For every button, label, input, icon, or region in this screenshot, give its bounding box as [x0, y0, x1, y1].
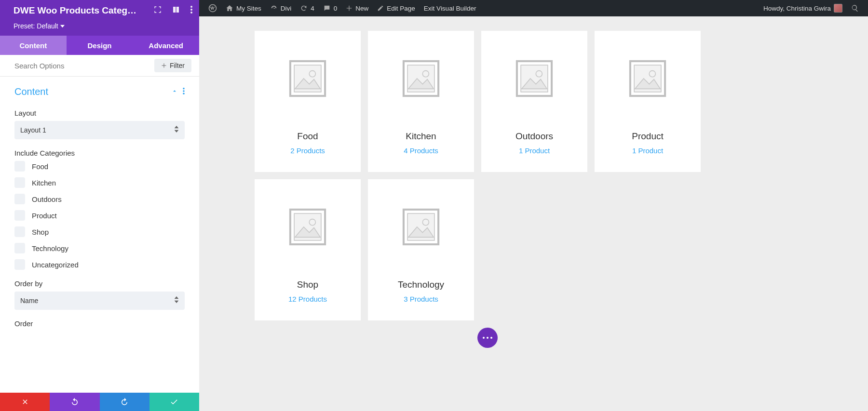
- svg-point-4: [183, 90, 185, 92]
- tab-design[interactable]: Design: [67, 36, 133, 55]
- category-card[interactable]: Shop 12 Products: [255, 179, 361, 320]
- svg-point-15: [536, 71, 542, 77]
- category-count: 4 Products: [404, 146, 438, 155]
- checkbox-icon[interactable]: [14, 161, 25, 172]
- placeholder-image-icon: [401, 59, 441, 98]
- preset-row[interactable]: Preset: Default: [0, 21, 199, 36]
- checkbox-icon[interactable]: [14, 177, 25, 188]
- category-grid: Food 2 Products Kitchen 4 Products Outdo…: [255, 31, 813, 320]
- category-card[interactable]: Technology 3 Products: [368, 179, 474, 320]
- category-card[interactable]: Outdoors 1 Product: [481, 31, 587, 172]
- check-icon: [170, 398, 178, 406]
- tab-content[interactable]: Content: [0, 36, 67, 55]
- section-header-content[interactable]: Content: [14, 77, 185, 104]
- placeholder-image-icon: [401, 207, 441, 247]
- category-card[interactable]: Product 1 Product: [595, 31, 701, 172]
- filter-button[interactable]: Filter: [154, 59, 191, 72]
- checkbox-icon[interactable]: [14, 226, 25, 237]
- category-checkbox-item[interactable]: Outdoors: [14, 194, 185, 204]
- undo-button[interactable]: [50, 393, 99, 411]
- category-checkbox-item[interactable]: Kitchen: [14, 177, 185, 188]
- panel-scroll[interactable]: Content Layout Layout 1 Include Categori…: [0, 77, 199, 411]
- search-row: Filter: [0, 55, 199, 77]
- panel-header: DWE Woo Products Catego…: [0, 0, 199, 21]
- checkbox-icon[interactable]: [14, 210, 25, 221]
- wp-logo[interactable]: [204, 4, 221, 13]
- layout-select[interactable]: Layout 1: [14, 121, 185, 139]
- category-card[interactable]: Kitchen 4 Products: [368, 31, 474, 172]
- checkbox-icon[interactable]: [14, 259, 25, 270]
- edit-page-link[interactable]: Edit Page: [373, 5, 420, 12]
- save-button[interactable]: [149, 393, 199, 411]
- columns-icon[interactable]: [172, 6, 180, 15]
- my-sites-link[interactable]: My Sites: [221, 4, 266, 12]
- orderby-label: Order by: [14, 279, 185, 288]
- cancel-button[interactable]: [0, 393, 50, 411]
- updates-link[interactable]: 4: [296, 4, 319, 12]
- comments-link[interactable]: 0: [319, 4, 342, 12]
- category-count: 1 Product: [519, 146, 550, 155]
- category-checkbox-item[interactable]: Product: [14, 210, 185, 221]
- placeholder-image-icon: [288, 207, 327, 247]
- refresh-icon: [300, 4, 308, 12]
- plus-icon: [346, 5, 353, 12]
- expand-icon[interactable]: [154, 6, 162, 15]
- checkbox-icon[interactable]: [14, 194, 25, 204]
- svg-point-0: [190, 6, 192, 8]
- exit-visual-builder-link[interactable]: Exit Visual Builder: [420, 5, 481, 12]
- search-toggle[interactable]: [847, 4, 863, 12]
- tab-advanced[interactable]: Advanced: [133, 36, 199, 55]
- checkbox-icon[interactable]: [14, 243, 25, 253]
- divi-builder-fab[interactable]: [477, 328, 498, 348]
- placeholder-image-icon: [628, 59, 667, 98]
- category-checkbox-item[interactable]: Shop: [14, 226, 185, 237]
- category-checkbox-item[interactable]: Food: [14, 161, 185, 172]
- category-name: Product: [632, 131, 663, 142]
- category-checkbox-item[interactable]: Uncategorized: [14, 259, 185, 270]
- orderby-select[interactable]: Name: [14, 292, 185, 310]
- category-checkbox-item[interactable]: Technology: [14, 243, 185, 253]
- new-link[interactable]: New: [341, 5, 373, 12]
- edit-page-label: Edit Page: [387, 5, 415, 12]
- dot-icon: [490, 337, 492, 339]
- search-input[interactable]: [14, 62, 154, 70]
- section-title: Content: [14, 86, 48, 97]
- dot-icon: [487, 337, 488, 339]
- comments-count: 0: [334, 5, 338, 12]
- svg-point-5: [183, 93, 185, 94]
- settings-panel: DWE Woo Products Catego… Preset: Default…: [0, 0, 199, 411]
- svg-point-24: [422, 219, 429, 225]
- howdy-user[interactable]: Howdy, Christina Gwira: [759, 4, 847, 13]
- avatar: [834, 4, 842, 13]
- wordpress-icon: [208, 4, 217, 13]
- category-name: Outdoors: [515, 131, 553, 142]
- site-link[interactable]: Divi: [266, 4, 296, 12]
- svg-point-21: [309, 219, 315, 225]
- category-card[interactable]: Food 2 Products: [255, 31, 361, 172]
- include-categories-label: Include Categories: [14, 149, 185, 157]
- pencil-icon: [377, 5, 384, 12]
- preset-value: Default: [37, 22, 58, 30]
- home-icon: [226, 4, 233, 12]
- action-bar: [0, 393, 199, 411]
- site-label: Divi: [281, 5, 292, 12]
- category-label: Technology: [32, 244, 68, 252]
- more-icon[interactable]: [190, 6, 192, 15]
- redo-button[interactable]: [100, 393, 149, 411]
- panel-title: DWE Woo Products Catego…: [14, 5, 139, 16]
- placeholder-image-icon: [515, 59, 554, 98]
- more-icon[interactable]: [183, 88, 185, 96]
- section-header-icons: [171, 88, 185, 96]
- plus-icon: [161, 63, 167, 68]
- new-label: New: [355, 5, 368, 12]
- comment-icon: [323, 4, 331, 12]
- panel-header-actions: [154, 6, 192, 15]
- page-content: Food 2 Products Kitchen 4 Products Outdo…: [199, 16, 868, 411]
- panel-tabs: Content Design Advanced: [0, 36, 199, 55]
- chevron-up-icon[interactable]: [171, 88, 178, 96]
- exit-vb-label: Exit Visual Builder: [424, 5, 476, 12]
- undo-icon: [70, 398, 79, 406]
- svg-point-18: [649, 71, 655, 77]
- preset-label: Preset:: [14, 22, 35, 30]
- dot-icon: [483, 337, 485, 339]
